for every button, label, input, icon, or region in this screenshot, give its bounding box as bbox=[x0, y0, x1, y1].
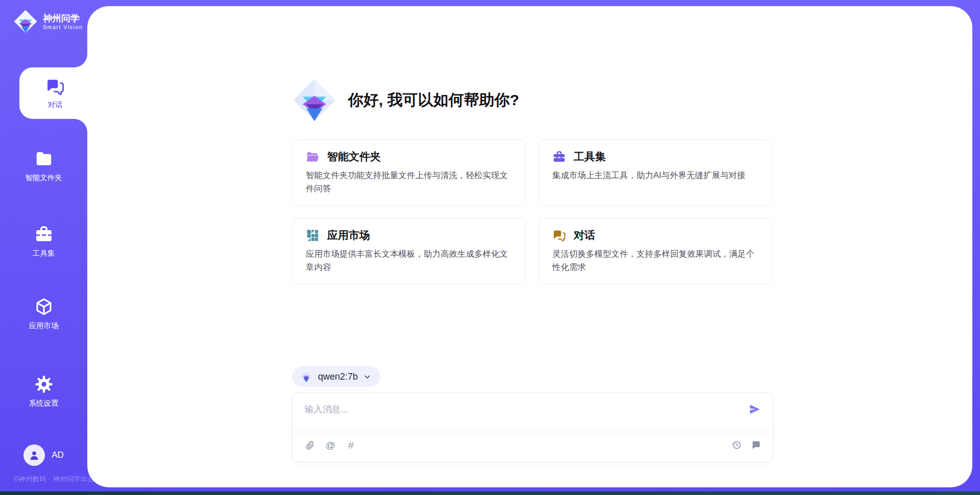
card-description: 灵活切换多模型文件，支持多样回复效果调试，满足个性化需求 bbox=[552, 247, 758, 274]
sidebar-item-label: 工具集 bbox=[33, 249, 55, 258]
brand-subtitle: Smart Vision bbox=[43, 24, 83, 30]
gear-icon bbox=[34, 375, 54, 394]
message-input[interactable] bbox=[305, 404, 748, 415]
card-description: 应用市场提供丰富长文本模板，助力高效生成多样化文章内容 bbox=[306, 247, 512, 274]
sidebar-item-smart-folder[interactable]: 智能文件夹 bbox=[0, 149, 87, 183]
copyright-text: ©神州数码 · 神州问学出品 bbox=[3, 475, 105, 484]
attachment-icon[interactable] bbox=[305, 440, 315, 451]
card-chat[interactable]: 对话 灵活切换多模型文件，支持多样回复效果调试，满足个性化需求 bbox=[538, 218, 772, 284]
sidebar-item-settings[interactable]: 系统设置 bbox=[0, 375, 87, 408]
bottom-edge bbox=[0, 491, 980, 495]
card-toolset[interactable]: 工具集 集成市场上主流工具，助力AI与外界无缝扩展与对接 bbox=[538, 139, 772, 206]
grid-icon bbox=[306, 229, 320, 242]
card-description: 智能文件夹功能支持批量文件上传与清洗，轻松实现文件问答 bbox=[306, 168, 512, 195]
greeting: 你好, 我可以如何帮助你? bbox=[292, 78, 519, 122]
card-title: 对话 bbox=[574, 228, 595, 242]
greeting-title: 你好, 我可以如何帮助你? bbox=[348, 90, 519, 111]
card-smart-folder[interactable]: 智能文件夹 智能文件夹功能支持批量文件上传与清洗，轻松实现文件问答 bbox=[292, 139, 526, 206]
toolbox-icon bbox=[552, 150, 566, 164]
sidebar-item-label: 应用市场 bbox=[29, 321, 59, 331]
brand-logo-icon bbox=[13, 9, 38, 34]
tab-fillet-top bbox=[74, 54, 87, 67]
person-icon bbox=[28, 449, 41, 462]
chat-icon bbox=[552, 229, 566, 242]
mention-icon[interactable]: @ bbox=[325, 440, 336, 451]
sidebar-item-label: 系统设置 bbox=[29, 399, 59, 408]
send-icon[interactable] bbox=[748, 403, 762, 416]
card-title: 应用市场 bbox=[327, 228, 370, 242]
chevron-down-icon bbox=[363, 373, 371, 381]
topic-icon[interactable]: # bbox=[346, 440, 356, 451]
card-description: 集成市场上主流工具，助力AI与外界无缝扩展与对接 bbox=[552, 168, 758, 182]
sidebar-item-chat[interactable]: 对话 bbox=[19, 67, 91, 119]
message-composer: @ # bbox=[292, 392, 773, 462]
sidebar-item-toolset[interactable]: 工具集 bbox=[0, 225, 87, 258]
feature-cards: 智能文件夹 智能文件夹功能支持批量文件上传与清洗，轻松实现文件问答 工具集 集成… bbox=[292, 139, 773, 284]
history-icon[interactable] bbox=[731, 440, 742, 451]
composer-divider bbox=[292, 432, 773, 432]
open-folder-icon bbox=[306, 150, 320, 164]
avatar bbox=[23, 444, 45, 466]
sidebar: 神州问学 Smart Vision 对话 智能文件夹 工具集 bbox=[0, 0, 87, 491]
tab-fillet-bottom bbox=[74, 119, 87, 132]
model-name: qwen2:7b bbox=[318, 372, 358, 382]
model-logo-icon bbox=[300, 370, 312, 383]
sidebar-item-label: 对话 bbox=[48, 100, 63, 110]
card-app-market[interactable]: 应用市场 应用市场提供丰富长文本模板，助力高效生成多样化文章内容 bbox=[292, 218, 526, 284]
user-account[interactable]: AD bbox=[0, 444, 87, 466]
assistant-logo-icon bbox=[292, 78, 337, 122]
composer-toolbar: @ # bbox=[305, 440, 762, 451]
sidebar-item-label: 智能文件夹 bbox=[25, 173, 62, 183]
comment-icon[interactable] bbox=[751, 440, 762, 451]
cube-icon bbox=[34, 297, 54, 316]
brand-name: 神州问学 bbox=[43, 13, 83, 24]
user-name: AD bbox=[52, 450, 64, 460]
sidebar-item-app-market[interactable]: 应用市场 bbox=[0, 297, 87, 331]
card-title: 工具集 bbox=[574, 150, 606, 164]
model-selector[interactable]: qwen2:7b bbox=[292, 366, 380, 387]
chat-icon bbox=[45, 77, 65, 96]
brand: 神州问学 Smart Vision bbox=[13, 9, 83, 34]
folder-icon bbox=[34, 149, 54, 168]
toolbox-icon bbox=[34, 225, 54, 244]
card-title: 智能文件夹 bbox=[327, 150, 381, 164]
